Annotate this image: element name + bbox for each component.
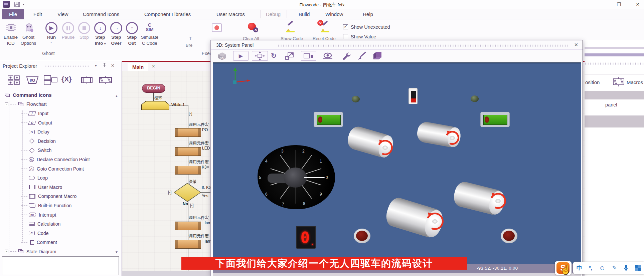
scroll-up-icon[interactable]: ▲ [115,94,118,98]
ime-logo-box[interactable]: S ☝ [555,261,572,275]
tree-node-state-diagram[interactable]: − State Diagram [0,247,116,256]
table-row[interactable] [585,115,644,127]
tree-item-switch[interactable]: Switch [0,146,116,155]
step-into-button[interactable]: ↓ [94,22,106,34]
potentiometer-component[interactable] [501,229,517,243]
3d-panel-close-icon[interactable]: ✕ [574,42,578,47]
scale-tool-icon[interactable] [285,52,294,60]
menu-command-icons[interactable]: Command Icons [83,11,119,17]
collapse-marker[interactable]: [-] [190,203,194,208]
panel-menu-icon[interactable]: ▾ [95,63,97,68]
collapse-marker[interactable]: [-] [189,111,192,116]
potentiometer-component[interactable] [354,229,370,243]
enable-icd-icon[interactable] [5,22,17,33]
component-macro-big-icon[interactable] [98,75,113,85]
tab-close-icon[interactable]: ✕ [152,64,155,69]
led-bar-component[interactable] [480,112,510,127]
run-panel-icon[interactable]: ▶ [233,51,249,61]
ghost-options-icon[interactable] [23,22,35,33]
push-button-component[interactable] [352,96,360,102]
menu-user-macros[interactable]: User Macros [216,11,245,17]
menu-window[interactable]: Window [325,11,343,17]
minimize-button[interactable]: – [595,1,605,7]
pin-icon[interactable] [102,63,107,67]
step-out-button[interactable]: ↑ [126,22,138,34]
panel-drag-handle[interactable] [44,64,90,67]
simulate-c-code-icon[interactable]: CSIM [140,22,160,32]
3d-system-panel-window[interactable]: 3D: System Panel ✕ 3D ▶ ↻ ▾ ▾ ▾ [210,40,583,276]
tree-item-decision[interactable]: Decision [0,136,116,146]
3d-viewport[interactable]: 0 1 2 3 4 5 6 7 8 9 0 [213,62,581,264]
handwriting-icon[interactable]: ✎ [612,264,617,271]
selection-tool-icon[interactable] [301,51,316,61]
io-icon[interactable]: I/O [25,76,40,84]
menu-build[interactable]: Build [299,11,310,17]
tree-item-output[interactable]: O Output [0,118,116,127]
pause-button[interactable] [62,22,74,34]
tree-item-declare-connection-point[interactable]: A: Declare Connection Point [0,155,116,164]
visibility-icon[interactable] [322,52,333,60]
toggle-breakpoint-icon[interactable] [212,23,222,32]
collapse-marker[interactable]: [-] [168,190,172,195]
tree-item-builtin-function[interactable]: Built-in Function [0,201,116,210]
ime-language-toggle[interactable]: 中 [577,264,582,272]
led-bar-component[interactable] [314,112,343,127]
tree-item-interrupt[interactable]: INT Interrupt [0,210,116,220]
component-macro-node[interactable] [175,222,201,230]
component-macro-node[interactable] [175,147,201,156]
tree-node-flowchart[interactable]: − Flowchart [0,100,116,109]
rocker-switch-component[interactable] [409,88,418,104]
windows-icon[interactable] [43,75,58,85]
tree-item-goto-connection-point[interactable]: A Goto Connection Point [0,164,116,174]
run-caret-icon[interactable]: ▾ [50,41,52,44]
microphone-icon[interactable] [624,265,629,271]
begin-node[interactable]: BEGIN [142,84,165,93]
dial-knob[interactable] [284,168,307,188]
emoji-icon[interactable]: ☺ [599,264,605,272]
ime-menu-grid-icon[interactable] [635,265,641,271]
3d-mode-icon[interactable]: 3D [217,52,227,60]
menu-file[interactable]: File [2,9,24,19]
panel-close-icon[interactable]: ✕ [111,63,115,68]
tree-item-delay[interactable]: D Delay [0,127,116,136]
decision-node[interactable] [174,183,201,202]
stop-button[interactable] [78,22,90,34]
panel-cell[interactable]: panel [605,102,617,107]
ime-punctuation-toggle[interactable]: °, [589,265,592,271]
pan-tool-icon[interactable] [252,51,268,61]
tree-item-comment[interactable]: Comment [0,238,116,247]
loop-start-node[interactable] [141,101,169,110]
tree-item-user-macro[interactable]: User Macro [0,183,116,192]
table-row[interactable] [585,91,644,99]
close-button[interactable]: ✕ [633,1,643,7]
step-over-button[interactable]: → [110,22,122,34]
collapse-box-icon[interactable]: − [5,102,8,106]
3d-panel-drag-handle[interactable] [278,43,568,47]
restore-button[interactable]: ❐ [614,1,624,7]
user-macro-big-icon[interactable] [79,75,94,85]
collapse-box-icon[interactable]: − [5,250,8,253]
run-button[interactable]: ▶ [45,22,57,34]
show-code-icon[interactable] [286,23,296,33]
tab-main[interactable]: Main [128,63,148,71]
tree-root[interactable]: Command Icons [0,90,116,100]
show-value-checkbox[interactable] [343,34,348,39]
component-macro-node[interactable] [175,128,201,137]
menu-debug[interactable]: Debug [266,11,281,17]
tree-item-code[interactable]: C Code [0,229,116,238]
dock-drag-handle[interactable] [585,61,644,65]
tree-item-input[interactable]: I Input [0,109,116,118]
push-button-component[interactable] [471,95,479,102]
menu-view[interactable]: View [57,11,68,17]
variables-icon[interactable]: {X} [61,75,71,83]
scroll-down-icon[interactable]: ▼ [115,250,118,254]
grid-add-icon[interactable] [7,75,20,85]
show-unexecuted-checkbox[interactable] [343,24,348,29]
component-macro-node[interactable] [175,240,201,249]
menu-help[interactable]: Help [363,11,373,17]
tree-item-calculation[interactable]: Calculation [0,219,116,229]
rotate-tool-icon[interactable]: ↻ [271,52,277,60]
menu-edit[interactable]: Edit [33,11,42,17]
component-macro-node[interactable] [175,166,201,175]
tree-item-component-macro[interactable]: Component Macro [0,192,116,201]
